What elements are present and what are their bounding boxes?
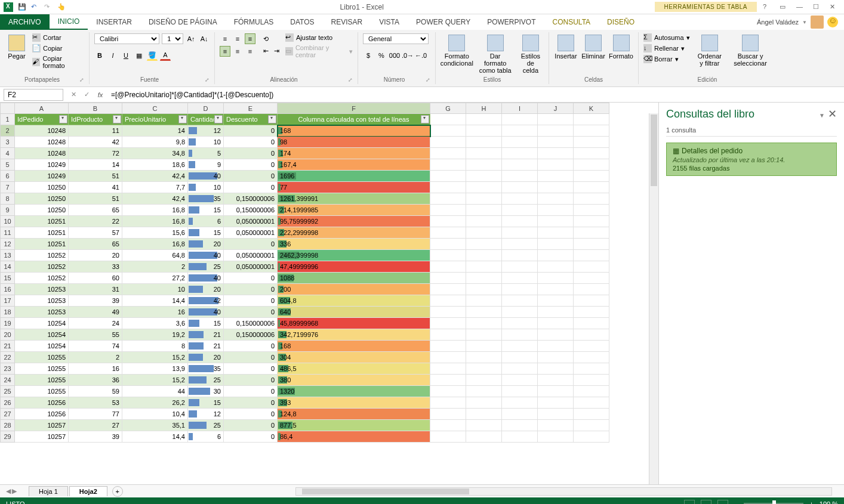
cell[interactable]: 14: [69, 159, 122, 171]
cell[interactable]: 380: [278, 375, 430, 386]
table-header-columna-calculada-con-total-de-líneas[interactable]: Columna calculada con total de líneas: [278, 114, 430, 125]
cell[interactable]: 16: [122, 307, 188, 318]
cell[interactable]: 35: [188, 193, 224, 205]
tab-diseño[interactable]: DISEÑO: [599, 14, 643, 30]
cell[interactable]: 0: [224, 159, 278, 171]
column-header-F[interactable]: F: [278, 103, 430, 114]
font-color-button[interactable]: A: [160, 50, 171, 61]
cell[interactable]: 51: [69, 171, 122, 182]
cell[interactable]: 14,4: [122, 295, 188, 307]
worksheet-grid[interactable]: ABCDEFGHIJK1IdPedidoIdProductoPrecioUnit…: [0, 103, 609, 443]
chevron-down-icon[interactable]: ▼: [802, 20, 807, 25]
queries-pane-dropdown-icon[interactable]: ▼: [819, 112, 825, 119]
cell[interactable]: 0: [224, 397, 278, 409]
cell[interactable]: 10249: [15, 159, 69, 171]
column-header-A[interactable]: A: [15, 103, 69, 114]
cell[interactable]: 10250: [15, 193, 69, 205]
align-bottom-right[interactable]: ≡: [245, 46, 255, 57]
cell[interactable]: 0: [224, 386, 278, 397]
cell[interactable]: 41: [69, 182, 122, 193]
qat-save-icon[interactable]: 💾: [18, 3, 26, 11]
qat-redo-icon[interactable]: ↷: [44, 3, 53, 11]
cell[interactable]: 40: [188, 250, 224, 261]
cell[interactable]: 39: [69, 295, 122, 307]
tab-insertar[interactable]: INSERTAR: [88, 14, 140, 30]
font-name-select[interactable]: Calibri: [94, 33, 159, 44]
cell[interactable]: 15,2: [122, 352, 188, 363]
cell[interactable]: 35: [188, 363, 224, 375]
cell[interactable]: 0,150000006: [224, 205, 278, 216]
paste-button[interactable]: Pegar: [5, 33, 29, 61]
normal-view-icon[interactable]: [684, 500, 695, 504]
cell[interactable]: 10248: [15, 148, 69, 159]
cell[interactable]: 10257: [15, 431, 69, 443]
row-header[interactable]: 19: [1, 318, 15, 329]
cell[interactable]: 9: [188, 159, 224, 171]
cell[interactable]: 15,6: [122, 227, 188, 239]
cell[interactable]: 10248: [15, 125, 69, 137]
user-avatar[interactable]: [811, 16, 824, 29]
cell[interactable]: 222,2999998: [278, 227, 430, 239]
cell[interactable]: 10255: [15, 386, 69, 397]
filter-icon[interactable]: [59, 115, 67, 123]
cell[interactable]: 10254: [15, 341, 69, 352]
align-bottom-center[interactable]: ≡: [232, 46, 243, 57]
number-format-select[interactable]: General: [363, 33, 429, 44]
font-size-select[interactable]: 11: [162, 33, 183, 44]
cell[interactable]: 0: [224, 295, 278, 307]
cell[interactable]: 5: [188, 148, 224, 159]
autosum-button[interactable]: ΣAutosuma ▾: [643, 33, 690, 42]
cell[interactable]: 0: [224, 409, 278, 420]
borders-button[interactable]: ▦: [134, 50, 144, 61]
column-header-K[interactable]: K: [574, 103, 609, 114]
cell[interactable]: 304: [278, 352, 430, 363]
cell[interactable]: 35,1: [122, 420, 188, 431]
conditional-format-button[interactable]: Formato condicional: [441, 33, 473, 68]
cell[interactable]: 0: [224, 284, 278, 295]
row-header[interactable]: 16: [1, 284, 15, 295]
cell[interactable]: 10253: [15, 307, 69, 318]
cell[interactable]: 342,7199976: [278, 329, 430, 341]
cell[interactable]: 18,6: [122, 159, 188, 171]
cell[interactable]: 0: [224, 307, 278, 318]
cell[interactable]: 0: [224, 125, 278, 137]
cell[interactable]: 2: [122, 261, 188, 273]
cell[interactable]: 10,4: [122, 409, 188, 420]
cell[interactable]: 0: [224, 182, 278, 193]
cell[interactable]: 3,6: [122, 318, 188, 329]
row-header[interactable]: 3: [1, 137, 15, 148]
cell[interactable]: 64,8: [122, 250, 188, 261]
cell[interactable]: 0: [224, 273, 278, 284]
font-dialog-launcher[interactable]: ⤢: [205, 77, 210, 83]
table-header-idproducto[interactable]: IdProducto: [69, 114, 122, 125]
horizontal-scrollbar[interactable]: [295, 487, 832, 496]
cell[interactable]: 214,1999985: [278, 205, 430, 216]
fill-button[interactable]: ↓Rellenar ▾: [643, 44, 690, 52]
table-header-cantidad[interactable]: Cantidad: [188, 114, 224, 125]
wrap-text-button[interactable]: ↩Ajustar texto: [285, 33, 353, 42]
cell[interactable]: 167,4: [278, 159, 430, 171]
table-header-preciounitario[interactable]: PrecioUnitario: [122, 114, 188, 125]
cell[interactable]: 20: [188, 239, 224, 250]
filter-icon[interactable]: [268, 115, 276, 123]
row-header[interactable]: 20: [1, 329, 15, 341]
cell[interactable]: 15: [188, 227, 224, 239]
vertical-scrollbar[interactable]: [649, 113, 658, 484]
cell[interactable]: 22: [69, 216, 122, 227]
cell[interactable]: 0: [224, 363, 278, 375]
cell[interactable]: 10: [188, 182, 224, 193]
qat-touch-icon[interactable]: 👆: [57, 3, 66, 11]
find-select-button[interactable]: Buscar y seleccionar: [729, 33, 771, 68]
row-header[interactable]: 4: [1, 148, 15, 159]
cell[interactable]: 10252: [15, 261, 69, 273]
cell[interactable]: 65: [69, 239, 122, 250]
filter-icon[interactable]: [214, 115, 223, 123]
fx-icon[interactable]: fx: [93, 91, 107, 98]
cell[interactable]: 11: [69, 125, 122, 137]
ribbon-display-button[interactable]: ▭: [780, 3, 788, 11]
cell[interactable]: 19,2: [122, 329, 188, 341]
cell[interactable]: 95,75999992: [278, 216, 430, 227]
delete-cells-button[interactable]: Eliminar: [581, 33, 605, 61]
cell[interactable]: 14: [122, 125, 188, 137]
zoom-in-button[interactable]: +: [809, 500, 813, 504]
